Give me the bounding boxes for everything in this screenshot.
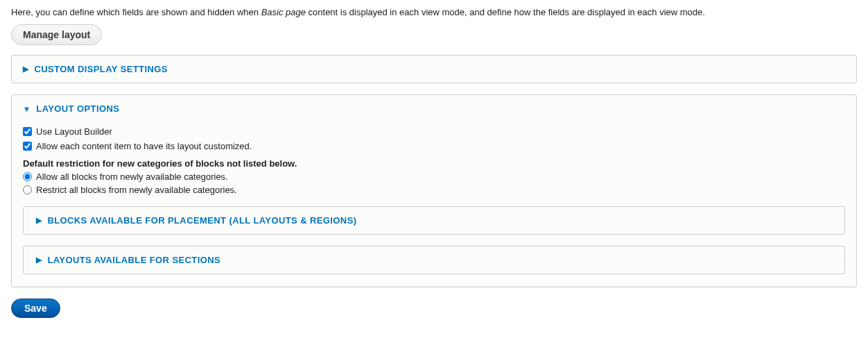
use-layout-builder-row[interactable]: Use Layout Builder (23, 126, 845, 137)
custom-display-settings-panel: ▶ Custom display settings (11, 55, 857, 83)
caret-right-icon: ▶ (36, 255, 42, 265)
blocks-available-title: Blocks available for placement (all layo… (47, 215, 356, 226)
save-button[interactable]: Save (11, 299, 60, 318)
intro-prefix: Here, you can define which fields are sh… (11, 7, 261, 17)
restriction-heading: Default restriction for new categories o… (23, 158, 845, 169)
radio-allow-label: Allow all blocks from newly available ca… (36, 171, 228, 182)
caret-right-icon: ▶ (36, 216, 42, 225)
caret-right-icon: ▶ (23, 65, 28, 74)
intro-emphasis: Basic page (261, 7, 306, 17)
layouts-available-panel: ▶ Layouts available for sections (23, 246, 845, 274)
layout-options-body: Use Layout Builder Allow each content it… (12, 126, 856, 287)
use-layout-builder-label: Use Layout Builder (36, 126, 112, 137)
layouts-available-toggle[interactable]: ▶ Layouts available for sections (24, 246, 844, 274)
radio-allow[interactable] (23, 172, 32, 181)
intro-suffix: content is displayed in each view mode, … (306, 7, 705, 17)
blocks-available-panel: ▶ Blocks available for placement (all la… (23, 206, 845, 235)
custom-display-settings-title: Custom display settings (34, 64, 167, 74)
allow-each-item-label: Allow each content item to have its layo… (36, 141, 252, 151)
caret-down-icon: ▼ (23, 105, 31, 113)
layout-options-toggle[interactable]: ▼ Layout options (12, 95, 856, 122)
layouts-available-title: Layouts available for sections (47, 255, 220, 265)
radio-restrict[interactable] (23, 185, 32, 194)
layout-options-panel: ▼ Layout options Use Layout Builder Allo… (11, 94, 857, 287)
custom-display-settings-toggle[interactable]: ▶ Custom display settings (12, 56, 856, 83)
allow-each-item-row[interactable]: Allow each content item to have its layo… (23, 141, 845, 151)
manage-layout-button[interactable]: Manage layout (11, 24, 102, 45)
radio-restrict-label: Restrict all blocks from newly available… (36, 185, 237, 195)
intro-text: Here, you can define which fields are sh… (11, 7, 857, 17)
radio-allow-row[interactable]: Allow all blocks from newly available ca… (23, 171, 845, 182)
allow-each-item-checkbox[interactable] (23, 142, 32, 151)
layout-options-title: Layout options (36, 103, 119, 114)
radio-restrict-row[interactable]: Restrict all blocks from newly available… (23, 185, 845, 195)
use-layout-builder-checkbox[interactable] (23, 127, 32, 136)
blocks-available-toggle[interactable]: ▶ Blocks available for placement (all la… (24, 207, 844, 234)
